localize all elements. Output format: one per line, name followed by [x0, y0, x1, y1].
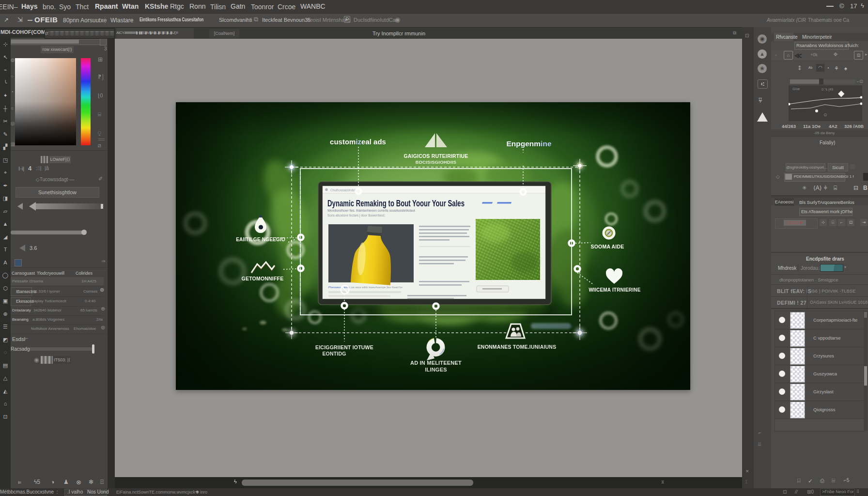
svg-text:0.''s (49: 0.''s (49: [822, 88, 833, 92]
svg-text:G/oe: G/oe: [792, 87, 800, 91]
svg-text:⊙: ⊙: [823, 112, 827, 117]
